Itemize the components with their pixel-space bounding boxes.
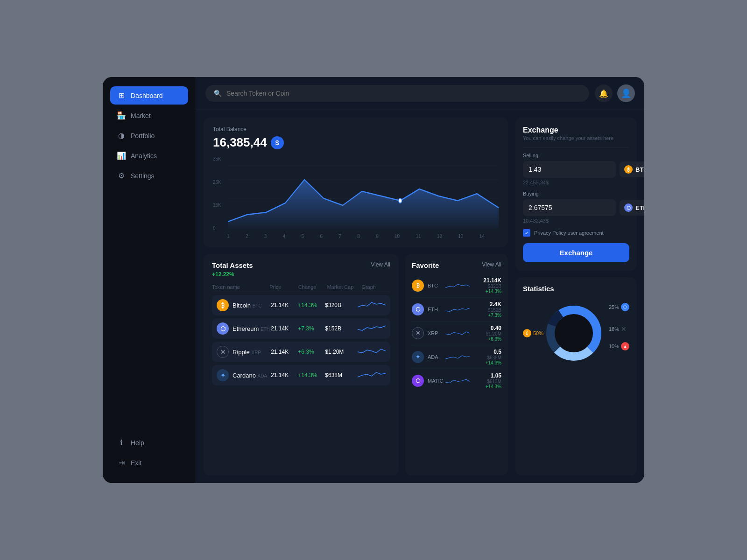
table-row[interactable]: ⬡ Ethereum ETH 21.14K +7.3% $152B [212,318,390,339]
growth-badge: +12.22% [212,271,390,278]
bottom-row: Total Assets View All +12.22% Token name… [204,254,508,476]
sidebar-label-portfolio: Portfolio [131,132,155,140]
sidebar-item-exit[interactable]: ⇥ Exit [110,454,188,472]
exchange-card: Exchange You can easily change your asse… [515,118,637,271]
sidebar: ⊞ Dashboard 🏪 Market ◑ Portfolio 📊 Analy… [103,77,196,483]
privacy-checkbox[interactable]: ✓ [523,229,530,237]
exchange-button[interactable]: Exchange [523,243,629,262]
table-row[interactable]: ₿ Bitcoin BTC 21.14K +14.3% $320B [212,295,390,315]
search-input[interactable] [226,90,581,97]
xrp-mini-chart [358,345,386,357]
selling-currency-badge[interactable]: ₿ BTC [620,161,644,177]
right-panel: Exchange You can easily change your asse… [515,118,637,476]
sidebar-label-dashboard: Dashboard [131,92,163,99]
btc-mini-chart [358,299,386,310]
svg-point-4 [399,198,402,203]
fav-row-matic[interactable]: ⬡ MATIC 1.05 $613M +14.3% [412,369,501,392]
chart-area: 35K 25K 15K 0 [213,156,499,231]
ada-mini-chart [358,369,386,380]
balance-label: Total Balance [213,126,499,133]
selling-currency-label: BTC [635,166,644,173]
table-header: Token name Price Change Market Cap Graph [212,282,390,292]
sidebar-item-help[interactable]: ℹ Help [110,434,188,452]
x-axis-labels: 12 34 56 78 910 1112 1314 [213,234,499,239]
table-row[interactable]: ✕ Ripple XRP 21.14K +6.3% $1.20M [212,342,390,362]
buying-currency-badge[interactable]: ⬡ ETH [620,200,644,216]
fav-row-xrp[interactable]: ✕ XRP 0.40 $1.20M +6.3% [412,322,501,345]
selling-label: Selling [523,153,629,158]
sidebar-item-settings[interactable]: ⚙ Settings [110,167,188,185]
balance-amount: 16,385,44 [213,135,267,150]
table-row[interactable]: ✦ Cardano ADA 21.14K +14.3% $638M [212,365,390,385]
market-icon: 🏪 [117,111,126,120]
buying-input[interactable] [523,199,616,216]
analytics-icon: 📊 [117,151,126,160]
eth-mini-chart [358,322,386,333]
selling-input-row: ₿ BTC [523,161,629,178]
favorite-view-all[interactable]: View All [482,261,501,268]
avatar[interactable]: 👤 [617,84,635,102]
selling-input[interactable] [523,161,616,178]
favorite-card: Favorite View All ₿ BTC [405,254,508,476]
divider [523,147,629,148]
fav-row-eth[interactable]: ⬡ ETH 2.4K $152B +7.3% [412,298,501,322]
selling-hint: 22,455,34$ [523,180,629,185]
buying-hint: 10,432,43$ [523,218,629,224]
fav-btc-chart [445,280,470,291]
btc-icon: ₿ [217,299,229,311]
fav-ada-icon: ✦ [412,351,424,363]
buying-currency-label: ETH [635,204,644,211]
privacy-row: ✓ Privacy Policy user agreement [523,229,629,237]
fav-eth-chart [445,304,470,315]
selling-currency-icon: ₿ [624,165,633,174]
buying-currency-icon: ⬡ [624,203,633,212]
balance-value: 16,385,44 $ [213,135,499,150]
ada-icon: ✦ [217,369,229,381]
y-axis-labels: 35K 25K 15K 0 [213,156,228,231]
favorite-title: Favorite [412,261,439,269]
statistics-title: Statistics [523,285,629,293]
content-area: Total Balance 16,385,44 $ 35K 25K 15K 0 [196,110,644,483]
exchange-subtitle: You can easily change your assets here [523,135,629,141]
sidebar-item-portfolio[interactable]: ◑ Portfolio [110,126,188,145]
fav-matic-icon: ⬡ [412,375,424,387]
header-icons: 🔔 👤 [595,84,635,102]
sidebar-label-analytics: Analytics [131,152,157,160]
fav-ada-chart [445,351,470,363]
xrp-icon: ✕ [217,346,229,358]
portfolio-icon: ◑ [117,131,126,140]
svg-point-10 [557,316,591,350]
balance-chart-card: Total Balance 16,385,44 $ 35K 25K 15K 0 [204,118,508,247]
total-assets-card: Total Assets View All +12.22% Token name… [204,254,399,476]
settings-icon: ⚙ [117,171,126,180]
dollar-icon: $ [271,136,284,149]
sidebar-item-dashboard[interactable]: ⊞ Dashboard [110,86,188,105]
sidebar-label-help: Help [131,439,144,447]
fav-btc-icon: ₿ [412,280,424,292]
search-bar[interactable]: 🔍 [205,85,589,102]
fav-row-ada[interactable]: ✦ ADA 0.5 $638M +14.3% [412,345,501,369]
buying-label: Buying [523,191,629,196]
exit-icon: ⇥ [117,458,126,467]
help-icon: ℹ [117,438,126,447]
statistics-card: Statistics ₿ 50% [515,277,637,476]
sidebar-item-market[interactable]: 🏪 Market [110,106,188,125]
favorite-card-header: Favorite View All [412,261,501,269]
fav-xrp-chart [445,328,470,339]
header: 🔍 🔔 👤 [196,77,644,110]
main-content: 🔍 🔔 👤 Total Balance 16,385,44 $ [196,77,644,483]
sidebar-item-analytics[interactable]: 📊 Analytics [110,147,188,165]
notification-button[interactable]: 🔔 [595,84,613,102]
assets-card-header: Total Assets View All [212,261,390,269]
btc-stat-label: ₿ 50% [523,329,543,337]
fav-matic-chart [445,375,470,386]
sidebar-label-exit: Exit [131,459,141,467]
stats-right-labels: 25% ⬡ 18% ✕ 10% ▲ [609,303,629,350]
fav-xrp-icon: ✕ [412,327,424,339]
fav-eth-icon: ⬡ [412,303,424,315]
left-panel: Total Balance 16,385,44 $ 35K 25K 15K 0 [204,118,508,476]
assets-title: Total Assets [212,261,253,269]
assets-view-all[interactable]: View All [371,261,390,268]
buying-input-row: ⬡ ETH [523,199,629,216]
fav-row-btc[interactable]: ₿ BTC 21.14K $320B +14.3% [412,274,501,298]
